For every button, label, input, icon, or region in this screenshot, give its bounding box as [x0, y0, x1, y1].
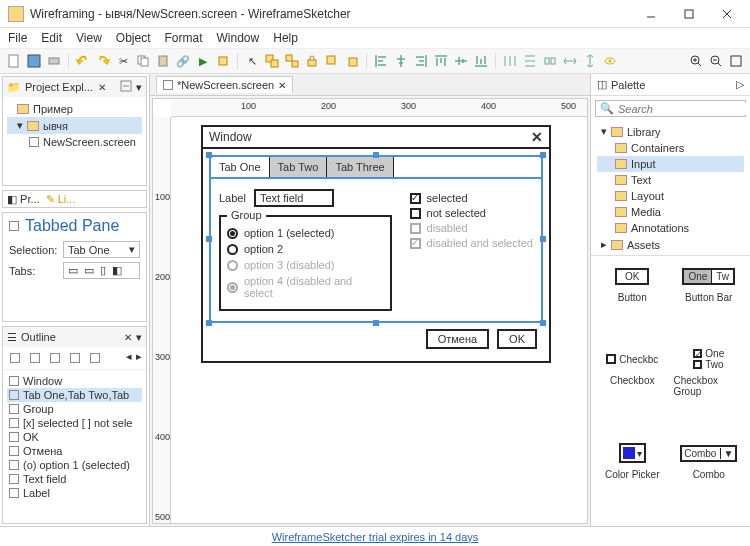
back-icon[interactable]	[344, 53, 360, 69]
palette-item[interactable]: Combo▼Combo	[674, 441, 745, 518]
wf-tab[interactable]: Tab One	[211, 157, 270, 177]
properties-tab[interactable]: ◧ Pr...	[7, 193, 40, 206]
view-close-icon[interactable]: ✕	[98, 82, 106, 93]
project-explorer-tree[interactable]: Пример ▾ ывчя NewScreen.screen	[3, 97, 146, 185]
outline-list[interactable]: WindowTab One,Tab Two,TabGroup[x] select…	[3, 370, 146, 523]
spacing-icon[interactable]	[542, 53, 558, 69]
same-width-icon[interactable]	[562, 53, 578, 69]
wf-checkbox-group[interactable]: ✓selectednot selecteddisabled✓disabled a…	[410, 189, 533, 311]
wf-radio[interactable]: option 4 (disabled and select	[227, 275, 384, 299]
palette-collapse-icon[interactable]: ▷	[736, 78, 744, 91]
wf-cancel-button[interactable]: Отмена	[426, 329, 489, 349]
menu-file[interactable]: File	[8, 31, 27, 45]
wf-radio[interactable]: option 2	[227, 243, 384, 255]
outline-tool-icon[interactable]	[47, 350, 63, 366]
outline-tool-icon[interactable]	[27, 350, 43, 366]
outline-item[interactable]: OK	[7, 430, 142, 444]
wf-close-icon[interactable]: ✕	[531, 129, 543, 145]
palette-tree[interactable]: ▾ Library ContainersInputTextLayoutMedia…	[591, 121, 750, 256]
maximize-button[interactable]	[670, 3, 708, 25]
wf-radio[interactable]: option 1 (selected)	[227, 227, 384, 239]
palette-item[interactable]: ▾Color Picker	[597, 441, 668, 518]
ungroup-icon[interactable]	[284, 53, 300, 69]
wf-checkbox[interactable]: not selected	[410, 207, 533, 219]
tree-item[interactable]: NewScreen.screen	[7, 134, 142, 150]
outline-item[interactable]: Tab One,Tab Two,Tab	[7, 388, 142, 402]
front-icon[interactable]	[324, 53, 340, 69]
wf-tab[interactable]: Tab Three	[327, 157, 393, 177]
palette-grid[interactable]: OKButtonOneTwButton BarCheckbcCheckbox✓O…	[591, 256, 750, 526]
wf-group[interactable]: Group option 1 (selected)option 2option …	[219, 215, 392, 311]
visibility-icon[interactable]	[602, 53, 618, 69]
lock-icon[interactable]	[304, 53, 320, 69]
outline-item[interactable]: (o) option 1 (selected)	[7, 458, 142, 472]
palette-search-input[interactable]	[618, 103, 750, 115]
selection-value[interactable]: Tab One▾	[63, 241, 140, 258]
tab-close-icon[interactable]: ✕	[278, 80, 286, 91]
wf-ok-button[interactable]: OK	[497, 329, 537, 349]
wf-tabbed-pane-selected[interactable]: Tab One Tab Two Tab Three Label Text fie…	[209, 155, 543, 323]
outline-tool-icon[interactable]	[67, 350, 83, 366]
trial-link[interactable]: WireframeSketcher trial expires in 14 da…	[272, 531, 479, 543]
outline-nav-right-icon[interactable]: ▸	[136, 350, 142, 366]
outline-item[interactable]: Text field	[7, 472, 142, 486]
palette-item[interactable]: OKButton	[597, 264, 668, 341]
align-right-icon[interactable]	[413, 53, 429, 69]
palette-category[interactable]: Input	[597, 156, 744, 172]
wf-checkbox[interactable]: ✓selected	[410, 192, 533, 204]
print-icon[interactable]	[46, 53, 62, 69]
wf-checkbox[interactable]: disabled	[410, 222, 533, 234]
export-icon[interactable]	[215, 53, 231, 69]
close-button[interactable]	[708, 3, 746, 25]
new-icon[interactable]	[6, 53, 22, 69]
tree-item[interactable]: Пример	[7, 101, 142, 117]
align-left-icon[interactable]	[373, 53, 389, 69]
minimize-button[interactable]	[632, 3, 670, 25]
collapse-icon[interactable]	[120, 80, 132, 94]
outline-tool-icon[interactable]	[87, 350, 103, 366]
outline-item[interactable]: Отмена	[7, 444, 142, 458]
save-icon[interactable]	[26, 53, 42, 69]
palette-category[interactable]: Text	[597, 172, 744, 188]
align-middle-icon[interactable]	[453, 53, 469, 69]
menu-view[interactable]: View	[76, 31, 102, 45]
outline-item[interactable]: [x] selected [ ] not sele	[7, 416, 142, 430]
menu-help[interactable]: Help	[273, 31, 298, 45]
menu-window[interactable]: Window	[217, 31, 260, 45]
dist-h-icon[interactable]	[502, 53, 518, 69]
wf-label[interactable]: Label	[219, 192, 246, 204]
palette-item[interactable]: ✓OneTwoCheckbox Group	[674, 347, 745, 435]
palette-category[interactable]: Media	[597, 204, 744, 220]
tree-item[interactable]: ▾ ывчя	[7, 117, 142, 134]
tree-item[interactable]: ▸ Assets	[597, 236, 744, 253]
design-canvas[interactable]: Window ✕ Tab One Tab Two Tab Three	[171, 117, 587, 523]
menu-object[interactable]: Object	[116, 31, 151, 45]
palette-item[interactable]: OneTwButton Bar	[674, 264, 745, 341]
zoom-out-icon[interactable]	[708, 53, 724, 69]
dist-v-icon[interactable]	[522, 53, 538, 69]
wf-checkbox[interactable]: ✓disabled and selected	[410, 237, 533, 249]
align-bottom-icon[interactable]	[473, 53, 489, 69]
tab-bottom-icon[interactable]: ▭	[84, 264, 94, 277]
wf-radio[interactable]: option 3 (disabled)	[227, 259, 384, 271]
outline-item[interactable]: Window	[7, 374, 142, 388]
links-tab[interactable]: ✎ Li...	[46, 193, 76, 206]
cursor-icon[interactable]: ↖	[244, 53, 260, 69]
tabs-position[interactable]: ▭ ▭ ▯ ◧	[63, 262, 140, 279]
redo-icon[interactable]	[95, 53, 111, 69]
view-close-icon[interactable]: ✕	[124, 332, 132, 343]
align-center-icon[interactable]	[393, 53, 409, 69]
wf-tab[interactable]: Tab Two	[270, 157, 328, 177]
tab-left-icon[interactable]: ▯	[100, 264, 106, 277]
run-icon[interactable]: ▶	[195, 53, 211, 69]
editor-tab[interactable]: *NewScreen.screen ✕	[156, 76, 293, 93]
outline-tool-icon[interactable]	[7, 350, 23, 366]
tab-top-icon[interactable]: ▭	[68, 264, 78, 277]
palette-item[interactable]: CheckbcCheckbox	[597, 347, 668, 435]
tree-item[interactable]: ▾ Library	[597, 123, 744, 140]
paste-icon[interactable]	[155, 53, 171, 69]
view-menu-icon[interactable]: ▾	[136, 81, 142, 94]
cut-icon[interactable]: ✂	[115, 53, 131, 69]
group-icon[interactable]	[264, 53, 280, 69]
same-height-icon[interactable]	[582, 53, 598, 69]
